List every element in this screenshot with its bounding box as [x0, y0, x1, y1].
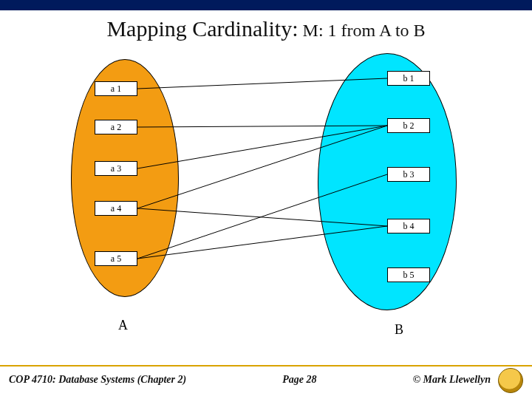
- node-b4: b 4: [387, 219, 430, 233]
- node-a2: a 2: [95, 120, 137, 134]
- node-b2: b 2: [387, 118, 430, 133]
- node-a4: a 4: [95, 201, 137, 216]
- set-a-label: A: [118, 318, 128, 333]
- diagram-canvas: a 1 a 2 a 3 a 4 a 5 b 1 b 2 b 3 b 4 b 5 …: [0, 0, 532, 399]
- node-b1: b 1: [387, 71, 430, 86]
- node-a3: a 3: [95, 161, 137, 176]
- footer: COP 4710: Database Systems (Chapter 2) P…: [0, 365, 532, 386]
- node-a1: a 1: [95, 81, 137, 96]
- node-b5: b 5: [387, 267, 430, 282]
- footer-left: COP 4710: Database Systems (Chapter 2): [9, 374, 186, 386]
- node-a5: a 5: [95, 251, 137, 266]
- node-b3: b 3: [387, 167, 430, 182]
- footer-page: Page 28: [186, 374, 412, 386]
- set-b-label: B: [395, 322, 403, 338]
- footer-right: © Mark Llewellyn: [413, 374, 491, 386]
- ucf-seal-icon: [498, 368, 523, 393]
